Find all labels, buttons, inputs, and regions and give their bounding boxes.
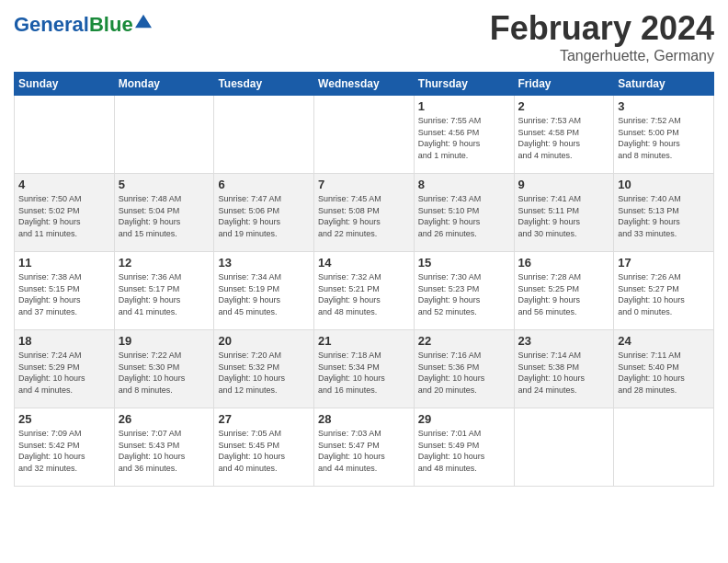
day-info: Sunrise: 7:52 AM Sunset: 5:00 PM Dayligh… xyxy=(618,115,710,161)
day-number: 29 xyxy=(418,412,510,426)
day-cell: 12Sunrise: 7:36 AM Sunset: 5:17 PM Dayli… xyxy=(114,252,214,330)
day-cell: 17Sunrise: 7:26 AM Sunset: 5:27 PM Dayli… xyxy=(614,252,714,330)
day-info: Sunrise: 7:53 AM Sunset: 4:58 PM Dayligh… xyxy=(518,115,610,161)
day-info: Sunrise: 7:26 AM Sunset: 5:27 PM Dayligh… xyxy=(618,271,710,317)
day-cell: 14Sunrise: 7:32 AM Sunset: 5:21 PM Dayli… xyxy=(314,252,415,330)
day-number: 23 xyxy=(518,334,610,348)
day-cell: 21Sunrise: 7:18 AM Sunset: 5:34 PM Dayli… xyxy=(314,330,415,408)
day-cell: 2Sunrise: 7:53 AM Sunset: 4:58 PM Daylig… xyxy=(514,96,614,174)
header-row: SundayMondayTuesdayWednesdayThursdayFrid… xyxy=(15,73,714,96)
calendar-body: 1Sunrise: 7:55 AM Sunset: 4:56 PM Daylig… xyxy=(15,96,714,487)
day-cell xyxy=(15,96,115,174)
day-info: Sunrise: 7:20 AM Sunset: 5:32 PM Dayligh… xyxy=(218,350,310,396)
day-info: Sunrise: 7:47 AM Sunset: 5:06 PM Dayligh… xyxy=(218,193,310,239)
day-cell: 20Sunrise: 7:20 AM Sunset: 5:32 PM Dayli… xyxy=(214,330,314,408)
day-cell: 25Sunrise: 7:09 AM Sunset: 5:42 PM Dayli… xyxy=(15,408,115,487)
day-cell: 9Sunrise: 7:41 AM Sunset: 5:11 PM Daylig… xyxy=(514,174,614,252)
day-cell: 15Sunrise: 7:30 AM Sunset: 5:23 PM Dayli… xyxy=(414,252,514,330)
day-number: 12 xyxy=(119,256,210,270)
day-cell: 24Sunrise: 7:11 AM Sunset: 5:40 PM Dayli… xyxy=(614,330,714,408)
day-number: 9 xyxy=(518,178,610,191)
day-info: Sunrise: 7:28 AM Sunset: 5:25 PM Dayligh… xyxy=(518,271,610,317)
day-number: 25 xyxy=(18,412,110,426)
day-cell: 23Sunrise: 7:14 AM Sunset: 5:38 PM Dayli… xyxy=(514,330,614,408)
day-cell: 27Sunrise: 7:05 AM Sunset: 5:45 PM Dayli… xyxy=(214,408,314,487)
day-info: Sunrise: 7:18 AM Sunset: 5:34 PM Dayligh… xyxy=(318,350,410,396)
day-cell: 11Sunrise: 7:38 AM Sunset: 5:15 PM Dayli… xyxy=(15,252,115,330)
day-number: 16 xyxy=(518,256,610,270)
day-info: Sunrise: 7:45 AM Sunset: 5:08 PM Dayligh… xyxy=(318,193,410,239)
logo: GeneralBlue xyxy=(14,15,152,35)
day-info: Sunrise: 7:32 AM Sunset: 5:21 PM Dayligh… xyxy=(318,271,410,317)
logo-general: General xyxy=(14,13,89,36)
header-cell-sunday: Sunday xyxy=(15,73,115,96)
day-info: Sunrise: 7:01 AM Sunset: 5:49 PM Dayligh… xyxy=(418,428,510,474)
day-cell xyxy=(514,408,614,487)
day-info: Sunrise: 7:41 AM Sunset: 5:11 PM Dayligh… xyxy=(518,193,610,239)
day-cell xyxy=(614,408,714,487)
header-cell-monday: Monday xyxy=(114,73,214,96)
day-info: Sunrise: 7:43 AM Sunset: 5:10 PM Dayligh… xyxy=(418,193,510,239)
day-cell: 19Sunrise: 7:22 AM Sunset: 5:30 PM Dayli… xyxy=(114,330,214,408)
week-row-1: 1Sunrise: 7:55 AM Sunset: 4:56 PM Daylig… xyxy=(15,96,714,174)
day-number: 3 xyxy=(618,99,710,113)
day-number: 6 xyxy=(218,178,310,191)
day-number: 14 xyxy=(318,256,410,270)
day-cell: 6Sunrise: 7:47 AM Sunset: 5:06 PM Daylig… xyxy=(214,174,314,252)
header-cell-wednesday: Wednesday xyxy=(314,73,415,96)
day-cell: 29Sunrise: 7:01 AM Sunset: 5:49 PM Dayli… xyxy=(414,408,514,487)
month-title: February 2024 xyxy=(490,9,714,48)
day-info: Sunrise: 7:24 AM Sunset: 5:29 PM Dayligh… xyxy=(18,350,110,396)
day-cell: 5Sunrise: 7:48 AM Sunset: 5:04 PM Daylig… xyxy=(114,174,214,252)
week-row-2: 4Sunrise: 7:50 AM Sunset: 5:02 PM Daylig… xyxy=(15,174,714,252)
logo-text: GeneralBlue xyxy=(14,15,133,35)
day-cell: 26Sunrise: 7:07 AM Sunset: 5:43 PM Dayli… xyxy=(114,408,214,487)
calendar-header: SundayMondayTuesdayWednesdayThursdayFrid… xyxy=(15,73,714,96)
day-info: Sunrise: 7:48 AM Sunset: 5:04 PM Dayligh… xyxy=(119,193,210,239)
header-cell-friday: Friday xyxy=(514,73,614,96)
day-number: 17 xyxy=(618,256,710,270)
day-cell xyxy=(314,96,415,174)
day-info: Sunrise: 7:40 AM Sunset: 5:13 PM Dayligh… xyxy=(618,193,710,239)
week-row-4: 18Sunrise: 7:24 AM Sunset: 5:29 PM Dayli… xyxy=(15,330,714,408)
day-number: 19 xyxy=(119,334,210,348)
day-number: 24 xyxy=(618,334,710,348)
day-number: 20 xyxy=(218,334,310,348)
day-number: 22 xyxy=(418,334,510,348)
day-cell: 8Sunrise: 7:43 AM Sunset: 5:10 PM Daylig… xyxy=(414,174,514,252)
calendar-table: SundayMondayTuesdayWednesdayThursdayFrid… xyxy=(14,72,714,487)
title-block: February 2024 Tangerhuette, Germany xyxy=(490,9,714,64)
logo-icon xyxy=(135,13,152,29)
svg-marker-0 xyxy=(135,15,152,28)
day-cell xyxy=(114,96,214,174)
day-info: Sunrise: 7:50 AM Sunset: 5:02 PM Dayligh… xyxy=(18,193,110,239)
week-row-5: 25Sunrise: 7:09 AM Sunset: 5:42 PM Dayli… xyxy=(15,408,714,487)
location-title: Tangerhuette, Germany xyxy=(490,48,714,64)
page-header: GeneralBlue February 2024 Tangerhuette, … xyxy=(14,9,714,64)
day-cell: 4Sunrise: 7:50 AM Sunset: 5:02 PM Daylig… xyxy=(15,174,115,252)
header-cell-thursday: Thursday xyxy=(414,73,514,96)
day-number: 27 xyxy=(218,412,310,426)
header-cell-tuesday: Tuesday xyxy=(214,73,314,96)
week-row-3: 11Sunrise: 7:38 AM Sunset: 5:15 PM Dayli… xyxy=(15,252,714,330)
day-info: Sunrise: 7:07 AM Sunset: 5:43 PM Dayligh… xyxy=(119,428,210,474)
day-number: 2 xyxy=(518,99,610,113)
day-cell: 1Sunrise: 7:55 AM Sunset: 4:56 PM Daylig… xyxy=(414,96,514,174)
day-info: Sunrise: 7:38 AM Sunset: 5:15 PM Dayligh… xyxy=(18,271,110,317)
header-cell-saturday: Saturday xyxy=(614,73,714,96)
day-cell: 28Sunrise: 7:03 AM Sunset: 5:47 PM Dayli… xyxy=(314,408,415,487)
day-cell: 7Sunrise: 7:45 AM Sunset: 5:08 PM Daylig… xyxy=(314,174,415,252)
day-number: 11 xyxy=(18,256,110,270)
day-info: Sunrise: 7:16 AM Sunset: 5:36 PM Dayligh… xyxy=(418,350,510,396)
day-number: 13 xyxy=(218,256,310,270)
day-number: 10 xyxy=(618,178,710,191)
day-info: Sunrise: 7:11 AM Sunset: 5:40 PM Dayligh… xyxy=(618,350,710,396)
day-info: Sunrise: 7:09 AM Sunset: 5:42 PM Dayligh… xyxy=(18,428,110,474)
day-info: Sunrise: 7:30 AM Sunset: 5:23 PM Dayligh… xyxy=(418,271,510,317)
day-cell: 13Sunrise: 7:34 AM Sunset: 5:19 PM Dayli… xyxy=(214,252,314,330)
day-info: Sunrise: 7:03 AM Sunset: 5:47 PM Dayligh… xyxy=(318,428,410,474)
day-info: Sunrise: 7:55 AM Sunset: 4:56 PM Dayligh… xyxy=(418,115,510,161)
day-cell xyxy=(214,96,314,174)
day-number: 5 xyxy=(119,178,210,191)
day-number: 21 xyxy=(318,334,410,348)
